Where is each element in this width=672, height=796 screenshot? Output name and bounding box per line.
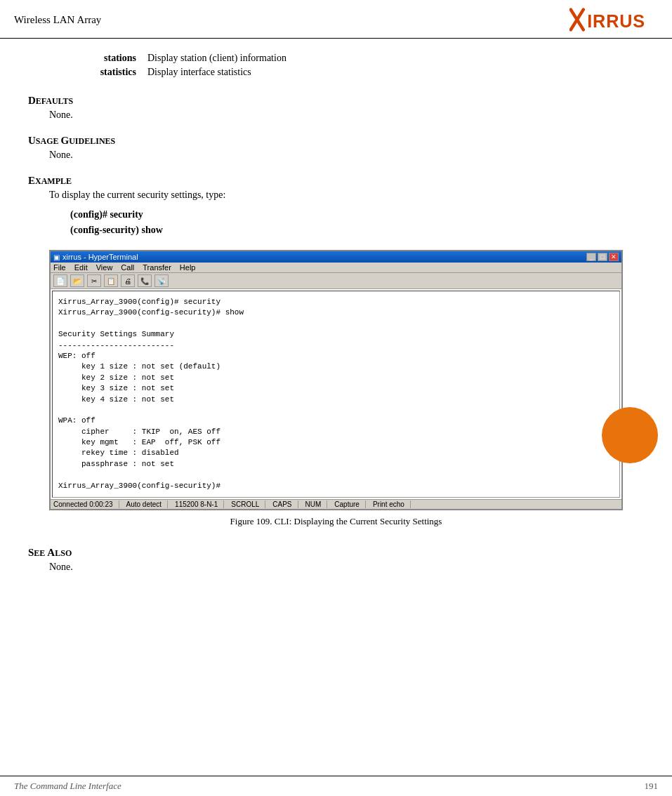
example-code2: (config-security) show bbox=[70, 225, 644, 236]
terminal-titlebar: ▣ xirrus - HyperTerminal _ □ ✕ bbox=[51, 251, 621, 263]
toolbar-btn-4[interactable]: 📋 bbox=[104, 274, 118, 287]
usage-guidelines-heading: USAGE GUIDELINES bbox=[28, 135, 644, 147]
param-row-stations: stations Display station (client) inform… bbox=[70, 53, 644, 64]
menu-file[interactable]: File bbox=[53, 263, 66, 272]
terminal-content[interactable]: Xirrus_Array_3900(config)# security Xirr… bbox=[52, 291, 620, 498]
terminal-titlebar-left: ▣ xirrus - HyperTerminal bbox=[53, 253, 138, 261]
defaults-body: None. bbox=[49, 110, 644, 121]
status-capture: Capture bbox=[334, 500, 366, 508]
defaults-heading: DEFAULTS bbox=[28, 95, 644, 107]
status-caps: CAPS bbox=[272, 500, 298, 508]
annotation-circle bbox=[602, 407, 658, 463]
xirrus-logo: IRRUS bbox=[569, 7, 658, 32]
usage-guidelines-body: None. bbox=[49, 150, 644, 161]
status-baud: 115200 8-N-1 bbox=[175, 500, 224, 508]
toolbar-btn-5[interactable]: 🖨 bbox=[121, 274, 135, 287]
menu-view[interactable]: View bbox=[96, 263, 113, 272]
page-title: Wireless LAN Array bbox=[14, 14, 101, 26]
restore-button[interactable]: □ bbox=[598, 253, 607, 261]
see-also-body: None. bbox=[49, 562, 644, 573]
terminal-window: ▣ xirrus - HyperTerminal _ □ ✕ File Edit… bbox=[49, 250, 623, 510]
footer-left-text: The Command Line Interface bbox=[14, 781, 121, 792]
param-name-statistics: statistics bbox=[70, 67, 147, 78]
status-autodetect: Auto detect bbox=[126, 500, 169, 508]
terminal-toolbar: 📄 📂 ✂ 📋 🖨 📞 📡 bbox=[51, 273, 621, 289]
footer-page-number: 191 bbox=[645, 781, 659, 792]
menu-help[interactable]: Help bbox=[180, 263, 196, 272]
toolbar-btn-6[interactable]: 📞 bbox=[138, 274, 152, 287]
close-button[interactable]: ✕ bbox=[609, 253, 619, 261]
svg-text:IRRUS: IRRUS bbox=[587, 11, 645, 31]
example-intro: To display the current security settings… bbox=[49, 190, 644, 201]
status-connected: Connected 0:00:23 bbox=[53, 500, 119, 508]
status-printecho: Print echo bbox=[373, 500, 411, 508]
terminal-window-buttons: _ □ ✕ bbox=[586, 253, 619, 261]
menu-call[interactable]: Call bbox=[121, 263, 134, 272]
page-header: Wireless LAN Array IRRUS bbox=[0, 0, 672, 39]
status-num: NUM bbox=[305, 500, 328, 508]
toolbar-btn-3[interactable]: ✂ bbox=[87, 274, 101, 287]
example-heading: EXAMPLE bbox=[28, 175, 644, 187]
terminal-menubar: File Edit View Call Transfer Help bbox=[51, 263, 621, 273]
param-desc-stations: Display station (client) information bbox=[147, 53, 286, 64]
param-row-statistics: statistics Display interface statistics bbox=[70, 67, 644, 78]
menu-edit[interactable]: Edit bbox=[74, 263, 88, 272]
page-footer: The Command Line Interface 191 bbox=[0, 776, 672, 796]
terminal-title-text: xirrus - HyperTerminal bbox=[62, 253, 138, 261]
see-also-heading: SEE ALSO bbox=[28, 547, 644, 559]
param-table: stations Display station (client) inform… bbox=[70, 53, 644, 78]
param-name-stations: stations bbox=[70, 53, 147, 64]
toolbar-btn-1[interactable]: 📄 bbox=[53, 274, 67, 287]
terminal-statusbar: Connected 0:00:23 Auto detect 115200 8-N… bbox=[51, 499, 621, 509]
menu-transfer[interactable]: Transfer bbox=[143, 263, 171, 272]
status-scroll: SCROLL bbox=[231, 500, 265, 508]
example-code1: (config)# security bbox=[70, 209, 644, 220]
minimize-button[interactable]: _ bbox=[586, 253, 596, 261]
toolbar-btn-7[interactable]: 📡 bbox=[154, 274, 169, 287]
figure-caption: Figure 109. CLI: Displaying the Current … bbox=[28, 516, 644, 527]
param-desc-statistics: Display interface statistics bbox=[147, 67, 251, 78]
toolbar-btn-2[interactable]: 📂 bbox=[70, 274, 84, 287]
logo-container: IRRUS bbox=[569, 7, 658, 32]
main-content: stations Display station (client) inform… bbox=[0, 39, 672, 626]
